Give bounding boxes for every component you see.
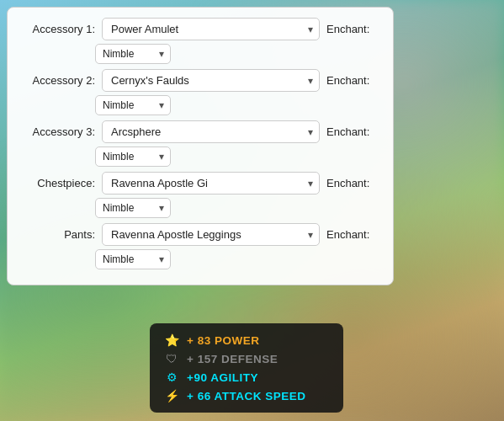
attack-speed-icon: ⚡ [163, 389, 180, 402]
pants-enchant-row: Nimble ▾ [19, 249, 381, 269]
pants-select-wrapper: Ravenna Apostle Leggings ▾ [102, 223, 320, 246]
pants-enchant-wrapper: Nimble ▾ [95, 249, 171, 269]
accessory3-row: Accessory 3: Arcsphere ▾ Enchant: [19, 120, 381, 143]
accessory3-enchant-row: Nimble ▾ [19, 147, 381, 167]
accessory2-enchant-row: Nimble ▾ [19, 95, 381, 115]
pants-enchant-select[interactable]: Nimble [95, 249, 171, 269]
accessory3-select-wrapper: Arcsphere ▾ [102, 120, 320, 143]
accessory1-enchant-wrapper: Nimble ▾ [95, 44, 171, 64]
accessory2-enchant-wrapper: Nimble ▾ [95, 95, 171, 115]
chestpiece-enchant-label: Enchant: [326, 177, 381, 189]
stats-panel: ⭐ + 83 POWER 🛡 + 157 DEFENSE ⚙ +90 AGILI… [150, 323, 343, 413]
chestpiece-enchant-row: Nimble ▾ [19, 198, 381, 218]
accessory2-enchant-label: Enchant: [326, 74, 381, 87]
chestpiece-label: Chestpiece: [19, 177, 95, 189]
accessory3-enchant-wrapper: Nimble ▾ [95, 147, 171, 167]
defense-icon: 🛡 [163, 352, 180, 365]
accessory3-label: Accessory 3: [19, 125, 95, 138]
pants-enchant-label: Enchant: [326, 228, 381, 241]
accessory2-label: Accessory 2: [19, 74, 95, 87]
agility-stat-row: ⚙ +90 AGILITY [163, 370, 330, 384]
chestpiece-enchant-select[interactable]: Nimble [95, 198, 171, 218]
chestpiece-row: Chestpiece: Ravenna Apostle Gi ▾ Enchant… [19, 172, 381, 195]
chestpiece-enchant-wrapper: Nimble ▾ [95, 198, 171, 218]
power-stat-row: ⭐ + 83 POWER [163, 333, 330, 347]
accessory3-enchant-label: Enchant: [326, 125, 381, 138]
accessory1-label: Accessory 1: [19, 23, 95, 35]
pants-row: Pants: Ravenna Apostle Leggings ▾ Enchan… [19, 223, 381, 246]
agility-value: +90 AGILITY [187, 371, 258, 384]
accessory1-select[interactable]: Power Amulet [102, 18, 320, 40]
pants-label: Pants: [19, 228, 95, 241]
accessory2-row: Accessory 2: Cernyx's Faulds ▾ Enchant: [19, 69, 381, 92]
accessory1-enchant-select[interactable]: Nimble [95, 44, 171, 64]
accessory3-select[interactable]: Arcsphere [102, 120, 320, 143]
attack-speed-stat-row: ⚡ + 66 ATTACK SPEED [163, 389, 330, 402]
pants-select[interactable]: Ravenna Apostle Leggings [102, 223, 320, 246]
defense-stat-row: 🛡 + 157 DEFENSE [163, 352, 330, 365]
accessory1-row: Accessory 1: Power Amulet ▾ Enchant: [19, 18, 381, 40]
chestpiece-select[interactable]: Ravenna Apostle Gi [102, 172, 320, 195]
power-icon: ⭐ [163, 333, 180, 347]
power-value: + 83 POWER [187, 334, 259, 347]
equipment-panel: Accessory 1: Power Amulet ▾ Enchant: Nim… [7, 7, 394, 285]
accessory1-enchant-row: Nimble ▾ [19, 44, 381, 64]
agility-icon: ⚙ [163, 370, 180, 384]
accessory2-select[interactable]: Cernyx's Faulds [102, 69, 320, 92]
accessory1-enchant-label: Enchant: [326, 23, 381, 35]
accessory3-enchant-select[interactable]: Nimble [95, 147, 171, 167]
accessory2-select-wrapper: Cernyx's Faulds ▾ [102, 69, 320, 92]
attack-speed-value: + 66 ATTACK SPEED [187, 390, 305, 402]
chestpiece-select-wrapper: Ravenna Apostle Gi ▾ [102, 172, 320, 195]
accessory1-select-wrapper: Power Amulet ▾ [102, 18, 320, 40]
accessory2-enchant-select[interactable]: Nimble [95, 95, 171, 115]
defense-value: + 157 DEFENSE [187, 353, 278, 365]
